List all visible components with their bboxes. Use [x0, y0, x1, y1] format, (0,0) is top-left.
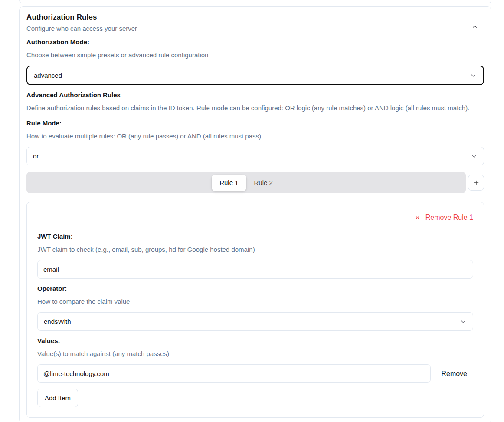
operator-select[interactable]: endsWith	[37, 312, 473, 331]
values-label: Values:	[37, 337, 473, 344]
tab-rule-2[interactable]: Rule 2	[246, 175, 281, 191]
remove-rule-row: Remove Rule 1	[37, 213, 473, 222]
chevron-down-icon	[470, 72, 477, 79]
jwt-claim-label: JWT Claim:	[37, 233, 473, 240]
chevron-down-icon	[460, 318, 467, 325]
values-description: Value(s) to match against (any match pas…	[37, 350, 473, 357]
authorization-rules-card: Authorization Rules Configure who can ac…	[19, 6, 491, 422]
advanced-rules-heading: Advanced Authorization Rules	[26, 91, 484, 99]
remove-value-link[interactable]: Remove	[441, 370, 473, 378]
rule-mode-description: How to evaluate multiple rules: OR (any …	[26, 132, 484, 140]
rule-mode-select[interactable]: or	[26, 147, 484, 165]
value-item-row: Remove	[37, 364, 473, 383]
page-subtitle: Configure who can access your server	[26, 25, 137, 32]
collapse-section-button[interactable]	[469, 21, 481, 33]
remove-rule-label: Remove Rule 1	[425, 214, 473, 221]
tab-rule-1[interactable]: Rule 1	[212, 175, 246, 191]
operator-label: Operator:	[37, 285, 473, 292]
jwt-claim-description: JWT claim to check (e.g., email, sub, gr…	[37, 246, 473, 253]
x-icon	[414, 214, 421, 221]
authorization-mode-value: advanced	[34, 72, 62, 79]
authorization-mode-select[interactable]: advanced	[26, 66, 484, 85]
rule-tabs-row: Rule 1 Rule 2	[26, 172, 484, 193]
rule-mode-value: or	[33, 152, 39, 160]
chevron-up-icon	[471, 25, 478, 31]
remove-rule-1-button[interactable]: Remove Rule 1	[414, 213, 473, 222]
previous-section-card	[19, 0, 491, 3]
rule-mode-label: Rule Mode:	[26, 119, 484, 127]
authorization-mode-description: Choose between simple presets or advance…	[26, 51, 484, 59]
rule-tabs-list: Rule 1 Rule 2	[26, 172, 466, 193]
chevron-down-icon	[471, 153, 478, 160]
advanced-rules-description: Define authorization rules based on clai…	[26, 104, 484, 112]
card-header: Authorization Rules Configure who can ac…	[26, 13, 484, 33]
card-header-text: Authorization Rules Configure who can ac…	[26, 13, 137, 32]
rule-1-panel: Remove Rule 1 JWT Claim: JWT claim to ch…	[26, 202, 484, 418]
jwt-claim-input[interactable]	[37, 260, 473, 279]
add-rule-button[interactable]	[468, 175, 484, 191]
scrollbar-track-edge[interactable]	[502, 0, 502, 422]
authorization-mode-label: Authorization Mode:	[26, 38, 484, 46]
operator-description: How to compare the claim value	[37, 298, 473, 305]
settings-page: Authorization Rules Configure who can ac…	[19, 0, 491, 422]
value-input[interactable]	[37, 364, 431, 383]
plus-icon	[473, 179, 480, 186]
add-item-button[interactable]: Add Item	[37, 389, 78, 407]
operator-value: endsWith	[44, 318, 71, 325]
page-title: Authorization Rules	[26, 13, 137, 22]
